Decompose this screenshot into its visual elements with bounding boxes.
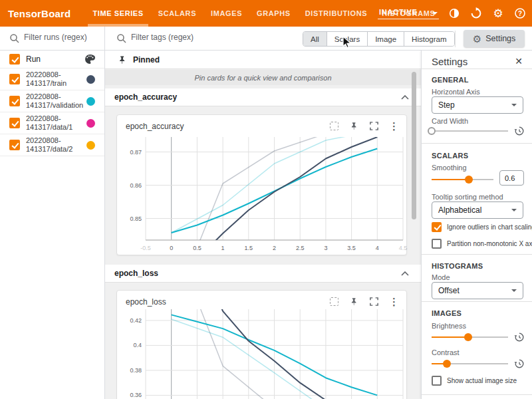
ignore-outliers-checkbox[interactable] <box>432 222 442 232</box>
reset-card-width-button[interactable] <box>513 125 525 137</box>
reset-icon <box>514 126 525 136</box>
chevron-up-icon <box>401 95 409 100</box>
cards-area: Pinned Pin cards for a quick view and co… <box>105 51 421 399</box>
smoothing-value-input[interactable] <box>499 170 524 186</box>
smoothing-label: Smoothing <box>432 164 467 172</box>
settings-button[interactable]: ⚙ Settings <box>464 30 525 47</box>
reset-brightness-button[interactable] <box>513 331 525 343</box>
divider <box>422 254 532 255</box>
run-row-data-2[interactable]: 20220808-141317/data/2 <box>0 134 104 156</box>
svg-text:0.85: 0.85 <box>130 215 142 222</box>
pin-card-button[interactable] <box>348 296 360 307</box>
tooltip-sorting-select[interactable]: Alphabetical <box>432 201 523 219</box>
filter-histogram-button[interactable]: Histogram <box>404 32 454 46</box>
help-button[interactable]: ? <box>513 7 527 20</box>
run-checkbox[interactable] <box>9 118 20 128</box>
search-icon <box>116 33 127 44</box>
smoothing-slider[interactable] <box>432 175 493 184</box>
divider <box>104 27 105 51</box>
partition-x-axis-checkbox[interactable] <box>432 239 442 249</box>
status-dropdown[interactable]: INACTIVE <box>378 8 439 19</box>
svg-text:2.5: 2.5 <box>296 245 305 251</box>
filter-tags-input[interactable] <box>131 33 284 42</box>
collapse-section-button[interactable] <box>401 271 409 276</box>
svg-text:0.86: 0.86 <box>130 182 142 189</box>
tab-distributions[interactable]: DISTRIBUTIONS <box>298 0 374 27</box>
select-all-runs-checkbox[interactable] <box>9 54 20 65</box>
epoch-accuracy-chart[interactable]: -0.500.511.522.533.544.50.850.860.87 <box>117 134 408 255</box>
partition-x-axis-row[interactable]: Partition non-monotonic X axis ? <box>432 239 527 249</box>
tab-images[interactable]: IMAGES <box>203 0 249 27</box>
status-value: INACTIVE <box>379 8 428 16</box>
pin-card-button[interactable] <box>348 120 360 132</box>
filter-all-button[interactable]: All <box>303 32 327 46</box>
tab-graphs[interactable]: GRAPHS <box>249 0 298 27</box>
scrollbar-thumb[interactable] <box>412 72 416 219</box>
app-header: TensorBoard TIME SERIES SCALARS IMAGES G… <box>0 0 532 27</box>
reset-contrast-button[interactable] <box>513 358 525 370</box>
brightness-label: Brightness <box>432 322 466 330</box>
divider <box>422 394 532 395</box>
fit-domain-button[interactable] <box>329 296 340 307</box>
svg-text:4.5: 4.5 <box>399 245 408 251</box>
fullscreen-button[interactable] <box>368 296 380 307</box>
run-row-validation[interactable]: 20220808-141317/validation <box>0 90 104 112</box>
filter-runs-input[interactable] <box>24 33 100 42</box>
fit-domain-button[interactable] <box>329 120 340 132</box>
card-actions: ⋮ <box>329 120 400 132</box>
histogram-mode-select[interactable]: Offset <box>432 282 523 299</box>
run-row-train[interactable]: 20220808-141317/train <box>0 68 104 90</box>
tab-scalars[interactable]: SCALARS <box>151 0 203 27</box>
divider <box>422 301 532 302</box>
run-checkbox[interactable] <box>9 74 20 84</box>
pinned-label: Pinned <box>133 55 160 65</box>
filter-image-button[interactable]: Image <box>367 32 404 46</box>
section-header-epoch-loss: epoch_loss <box>105 265 421 283</box>
svg-text:4: 4 <box>376 245 379 251</box>
tab-time-series[interactable]: TIME SERIES <box>85 0 150 27</box>
gear-icon: ⚙ <box>493 8 503 19</box>
fit-domain-icon <box>330 297 338 306</box>
ignore-outliers-row[interactable]: Ignore outliers in chart scaling <box>432 222 527 232</box>
chevron-down-icon <box>432 12 438 15</box>
card-menu-button[interactable]: ⋮ <box>388 296 400 307</box>
fullscreen-button[interactable] <box>368 120 380 132</box>
palette-icon[interactable] <box>84 54 96 65</box>
tooltip-sorting-label: Tooltip sorting method <box>432 193 503 201</box>
horizontal-axis-select[interactable]: Step <box>432 96 523 114</box>
filter-scalars-button[interactable]: Scalars <box>327 32 367 46</box>
run-name: 20220808-141317/validation <box>26 92 86 110</box>
pin-hint-banner: Pin cards for a quick view and compariso… <box>105 70 421 85</box>
run-checkbox[interactable] <box>9 140 20 150</box>
runs-header-row: Run <box>0 51 104 68</box>
histogram-mode-label: Mode <box>432 273 450 281</box>
card-menu-button[interactable]: ⋮ <box>388 120 400 132</box>
divider <box>455 31 456 47</box>
svg-text:0.42: 0.42 <box>130 317 142 324</box>
run-checkbox[interactable] <box>9 96 20 106</box>
collapse-section-button[interactable] <box>401 95 409 100</box>
refresh-button[interactable] <box>469 7 483 20</box>
pinned-section-header: Pinned <box>105 51 421 69</box>
kebab-menu-icon: ⋮ <box>389 297 399 307</box>
header-settings-button[interactable]: ⚙ <box>491 7 505 20</box>
actual-image-size-checkbox[interactable] <box>432 376 442 386</box>
refresh-icon <box>470 7 482 19</box>
brightness-slider[interactable] <box>432 332 508 342</box>
brightness-toggle-button[interactable] <box>448 7 461 20</box>
section-title: epoch_accuracy <box>114 92 401 102</box>
settings-panel: Settings ✕ GENERAL Horizontal Axis Step … <box>421 51 532 399</box>
contrast-slider[interactable] <box>432 359 508 368</box>
epoch-loss-chart[interactable]: -0.500.511.522.533.544.50.360.380.40.42 <box>117 309 408 399</box>
tensorboard-app: TensorBoard TIME SERIES SCALARS IMAGES G… <box>0 0 532 399</box>
scalars-heading: SCALARS <box>432 152 468 160</box>
settings-panel-title: Settings <box>432 56 467 67</box>
card-width-label: Card Width <box>432 117 468 125</box>
pin-icon <box>350 122 358 130</box>
card-width-slider[interactable] <box>432 126 508 136</box>
actual-image-size-row[interactable]: Show actual image size <box>432 376 527 386</box>
svg-text:0: 0 <box>170 245 173 251</box>
run-row-data-1[interactable]: 20220808-141317/data/1 <box>0 112 104 134</box>
close-icon[interactable]: ✕ <box>515 56 523 66</box>
brightness-icon <box>448 7 460 19</box>
